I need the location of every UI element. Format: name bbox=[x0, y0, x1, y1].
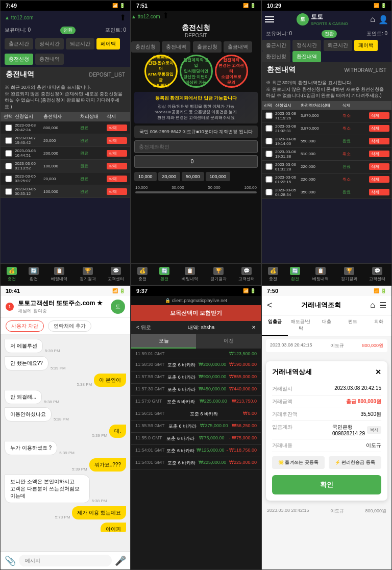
nav-results-3[interactable]: 🏆경기결과 bbox=[341, 267, 357, 282]
tab-today[interactable]: 오늘 bbox=[131, 334, 196, 349]
row-checkbox[interactable] bbox=[4, 163, 14, 169]
chat-badge[interactable]: 1 bbox=[6, 303, 14, 311]
user-label: 내역: shsha bbox=[188, 324, 214, 331]
status-btn-2[interactable]: 충전신청 bbox=[131, 41, 160, 53]
nav-charge-3[interactable]: 💰충전 bbox=[268, 267, 278, 282]
payback-btn-1[interactable]: 페이백 bbox=[96, 38, 120, 49]
user-nav-icon[interactable]: 👤 bbox=[378, 15, 388, 24]
home-icon-6[interactable]: ⌂ bbox=[370, 301, 375, 310]
nav-betting-2[interactable]: 📋베팅내역 bbox=[182, 267, 198, 282]
nav-results-2[interactable]: 🏆경기결과 bbox=[210, 267, 227, 282]
chat-title: 토토고객센터 또또주소.com ★ bbox=[18, 299, 107, 308]
status-icons-5: 📶 🔋 bbox=[243, 288, 256, 293]
list-item: 저 에볼루션 5:39 PM bbox=[5, 339, 126, 353]
nav-exchange-3[interactable]: 🔄환전 bbox=[290, 267, 300, 282]
nav-betting[interactable]: 📋 베팅내역 bbox=[51, 267, 67, 282]
menu-icon-6[interactable]: ☰ bbox=[379, 301, 386, 310]
register-payee-btn[interactable]: 🌟 즐겨쓰는 곳등록 bbox=[272, 456, 325, 469]
row-checkbox-3[interactable] bbox=[264, 125, 274, 132]
deposit-account-input[interactable] bbox=[134, 140, 258, 153]
checkout-btn[interactable]: 퇴근시간 bbox=[324, 40, 352, 51]
tab-deposit-withdraw[interactable]: 입출금 bbox=[262, 315, 288, 336]
add-contact-btn[interactable]: 연락처에 추가 bbox=[48, 320, 91, 332]
nav-charge[interactable]: 💰 충전 bbox=[7, 267, 17, 282]
copy-account-btn[interactable]: 복사 bbox=[367, 426, 381, 434]
row-checkbox[interactable] bbox=[4, 176, 14, 182]
nav-betting-3[interactable]: 📋베팅내역 bbox=[312, 267, 329, 282]
nav-customer-3[interactable]: 💬고객센터 bbox=[369, 267, 385, 282]
nav-exchange-2[interactable]: 🔄환전 bbox=[159, 267, 169, 282]
list-item: 이용안하셨나요 5:38 PM bbox=[5, 407, 126, 422]
block-user-btn[interactable]: 사용자 차단 bbox=[6, 320, 44, 332]
nav-charge-2[interactable]: 💰충전 bbox=[137, 267, 148, 282]
table-row: 2023-03-06 19:01:38 510,000 취소 삭제 bbox=[262, 148, 391, 161]
close-btn-5[interactable]: ✕ bbox=[252, 325, 256, 330]
url-1: ▲ tto12.com bbox=[5, 15, 34, 20]
nav-buttons-2: 충전신청 충전내역 출금신청 출금내역 bbox=[131, 41, 261, 53]
row-checkbox-3[interactable] bbox=[264, 112, 274, 119]
row-checkbox-3[interactable] bbox=[264, 189, 274, 195]
withdraw-history-btn[interactable]: 환전내역 bbox=[292, 51, 321, 62]
share-icon-1[interactable]: ⬆ bbox=[119, 13, 126, 22]
tab-previous[interactable]: 이전 bbox=[196, 334, 261, 349]
row-checkbox[interactable] bbox=[4, 188, 14, 195]
back-btn-6[interactable]: < bbox=[267, 300, 273, 311]
menu-icon[interactable] bbox=[265, 16, 274, 22]
deposit-apply-btn-1[interactable]: 충전신청 bbox=[5, 54, 33, 65]
tab-loan[interactable]: 대출 bbox=[314, 315, 340, 336]
time-btn-1[interactable]: 출근시간 bbox=[5, 38, 33, 49]
back-btn-5[interactable]: < 뒤로 bbox=[136, 324, 151, 331]
option-change[interactable]: 한전계좌변경은 고객센터소금이트로문의 bbox=[215, 55, 248, 88]
withdraw-hist-btn-2[interactable]: 출금내역 bbox=[224, 41, 252, 53]
meal-btn[interactable]: 정식시간 bbox=[292, 40, 321, 51]
list-item: 안 되걸래... 5:38 PM bbox=[5, 390, 126, 404]
amount-50k[interactable]: 50,000 bbox=[182, 172, 204, 181]
list-item: 5:73 PM 제가 이용 했는데요 bbox=[5, 506, 126, 519]
withdraw-btn-2[interactable]: 출금신청 bbox=[193, 41, 222, 53]
battery-icon-5: 🔋 bbox=[250, 288, 256, 293]
nav-exchange[interactable]: 🔄 환전 bbox=[29, 267, 39, 282]
quick-transfer-btn[interactable]: ⚡ 편리한송금 등록 bbox=[329, 456, 381, 469]
message-input[interactable] bbox=[19, 555, 112, 566]
battery-icon-1: 🔋 bbox=[119, 3, 125, 8]
row-checkbox[interactable] bbox=[4, 150, 14, 157]
option-same[interactable]: 한전계좌와 동일입식팬딩이연당신만 이번이이상만 가능 bbox=[180, 55, 213, 88]
amount-30k[interactable]: 30,000 bbox=[158, 172, 181, 181]
checkin-btn[interactable]: 출근시간 bbox=[262, 40, 290, 51]
home-nav-icon[interactable]: ⌂ bbox=[370, 15, 375, 24]
lunch-btn-1[interactable]: 정식시간 bbox=[35, 38, 64, 49]
nav-results[interactable]: 🏆 경기결과 bbox=[80, 267, 96, 282]
modal-close-btn[interactable]: ✕ bbox=[375, 368, 381, 376]
share-icon-2[interactable]: ⬆ bbox=[162, 11, 169, 20]
table-header-1: 선택 신청일시 충전역자 처리상태 삭제 bbox=[1, 112, 130, 121]
payback-btn-3[interactable]: 페이백 bbox=[354, 40, 378, 51]
row-checkbox-3[interactable] bbox=[264, 163, 274, 170]
option-atm[interactable]: 은행팬딩간편/온슈로이더ATM/무통장입금일반팬딩 bbox=[144, 55, 178, 88]
attachment-icon[interactable]: 📎 bbox=[5, 555, 16, 566]
tab-loan-trust[interactable]: 매도금/신탁 bbox=[288, 315, 314, 336]
deposit-history-btn-1[interactable]: 충전내역 bbox=[35, 54, 64, 65]
audio-icon[interactable]: 🎤 bbox=[115, 555, 126, 566]
amount-100k[interactable]: 100,000 bbox=[206, 172, 231, 181]
nav-customer[interactable]: 💬 고객센터 bbox=[108, 267, 124, 282]
transaction-list-area: 2023.03.08 20:42:15 이도규 800,000원 bbox=[262, 336, 391, 357]
list-item: 5:39 PM 대. bbox=[5, 425, 126, 438]
modal-title: 거래내역상세 ✕ bbox=[272, 367, 381, 377]
withdraw-apply-btn[interactable]: 환전신청 bbox=[262, 51, 290, 62]
row-checkbox[interactable] bbox=[4, 137, 14, 144]
tab-foreign[interactable]: 외화 bbox=[365, 315, 391, 336]
deposit-options: 은행팬딩간편/온슈로이더ATM/무통장입금일반팬딩 한전계좌와 동일입식팬딩이연… bbox=[131, 53, 261, 90]
row-checkbox-3[interactable] bbox=[264, 138, 274, 144]
time-2: 7:51 bbox=[136, 3, 148, 9]
row-checkbox-3[interactable] bbox=[264, 176, 274, 183]
row-checkbox-3[interactable] bbox=[264, 151, 274, 157]
out-btn-1[interactable]: 퇴근시간 bbox=[66, 38, 94, 49]
history-btn-2[interactable]: 충전내역 bbox=[162, 41, 190, 53]
footer-info: 2023.03.08 20:42:15 이도규 800,000원 bbox=[262, 505, 391, 517]
row-checkbox[interactable] bbox=[4, 125, 14, 131]
confirm-btn[interactable]: 확인 bbox=[272, 475, 381, 494]
deposit-amount-input[interactable] bbox=[134, 155, 258, 168]
tab-fund[interactable]: 펀드 bbox=[339, 315, 365, 336]
amount-10k[interactable]: 10,000 bbox=[134, 172, 157, 181]
nav-customer-2[interactable]: 💬고객센터 bbox=[238, 267, 255, 282]
